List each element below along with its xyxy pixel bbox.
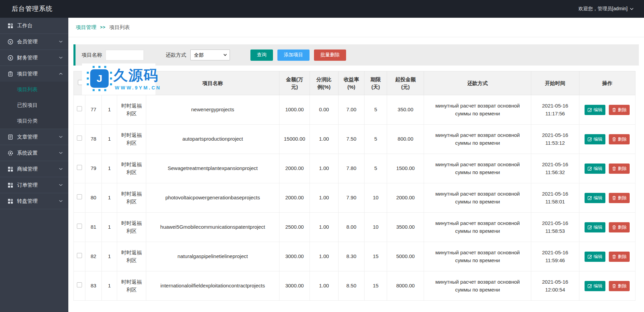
edit-button[interactable]: 编辑 — [585, 193, 605, 203]
column-header-10: 还款方式 — [424, 71, 531, 95]
edit-button[interactable]: 编辑 — [585, 164, 605, 174]
cell-seq: 1 — [102, 183, 117, 213]
delete-icon — [612, 166, 616, 171]
delete-icon — [612, 254, 616, 259]
cell-amount: 1000.00 — [279, 95, 310, 125]
edit-button[interactable]: 编辑 — [585, 281, 605, 291]
cell-min: 350.00 — [387, 95, 424, 125]
delete-button[interactable]: 删除 — [609, 193, 630, 203]
cell-seq: 1 — [102, 242, 117, 271]
edit-button[interactable]: 编辑 — [585, 134, 605, 144]
gear-icon — [8, 150, 13, 156]
cell-category: 时时返福利区 — [117, 183, 146, 213]
cell-id: 79 — [85, 154, 102, 183]
cell-share: 1.00 — [310, 183, 338, 213]
cell-days: 15 — [365, 271, 387, 301]
table-row: 801时时返福利区photovoltaicpowergenerationbase… — [74, 183, 635, 213]
delete-button[interactable]: 删除 — [609, 105, 630, 115]
delete-icon — [612, 137, 616, 141]
project-name-input[interactable] — [106, 50, 144, 60]
cell-category: 时时返福利区 — [117, 154, 146, 183]
finance-icon: ¥ — [8, 55, 13, 61]
sidebar-item-label: 系统设置 — [17, 150, 38, 156]
sidebar-item-finance[interactable]: ¥财务管理 — [0, 50, 68, 66]
cell-min: 3500.00 — [387, 213, 424, 242]
cell-seq: 1 — [102, 154, 117, 183]
table-row: 831时时返福利区internationaloilfieldexploitati… — [74, 271, 635, 301]
row-checkbox[interactable] — [77, 194, 82, 199]
row-checkbox[interactable] — [77, 282, 82, 287]
sidebar-subitem-project-categories[interactable]: 项目分类 — [0, 113, 68, 129]
search-button[interactable]: 查询 — [250, 49, 273, 61]
breadcrumb-parent[interactable]: 项目管理 — [76, 24, 96, 31]
delete-icon — [612, 108, 616, 112]
cell-seq: 1 — [102, 95, 117, 125]
cell-min: 2000.00 — [387, 183, 424, 213]
cell-min: 1500.00 — [387, 154, 424, 183]
column-header-9: 起投金额(元) — [387, 71, 424, 95]
chevron-down-icon — [59, 135, 63, 139]
table-row: 771时时返福利区newenergyprojects1000.000.007.0… — [74, 95, 635, 125]
edit-button[interactable]: 编辑 — [585, 105, 605, 115]
sidebar-item-members[interactable]: V会员管理 — [0, 34, 68, 49]
cell-category: 时时返福利区 — [117, 213, 146, 242]
chip-pins-left — [87, 72, 89, 85]
delete-button[interactable]: 删除 — [609, 164, 630, 174]
breadcrumb: 项目管理 >> 项目列表 — [68, 18, 644, 37]
sidebar-item-settings[interactable]: 系统设置 — [0, 145, 68, 161]
repay-method-select[interactable]: 全部 — [190, 49, 230, 60]
cell-share: 1.00 — [310, 271, 338, 301]
row-checkbox[interactable] — [77, 165, 82, 170]
row-checkbox[interactable] — [77, 253, 82, 258]
delete-button[interactable]: 删除 — [609, 281, 630, 291]
site-text: WWW.9YM.CN — [113, 85, 161, 90]
table-row: 791时时返福利区Sewagetreatmentplantexpansionpr… — [74, 154, 635, 183]
user-menu[interactable]: 欢迎您，管理员[admin] — [578, 6, 634, 12]
cell-start-time: 2021-05-1611:56:32 — [531, 154, 579, 183]
delete-icon — [612, 284, 616, 288]
sidebar-item-articles[interactable]: 文章管理 — [0, 129, 68, 145]
cell-repay: минутный расчет возврат основной суммы п… — [424, 95, 531, 125]
sidebar-item-projects[interactable]: 项目管理 — [0, 66, 68, 82]
sidebar-item-wheel[interactable]: 转盘管理 — [0, 193, 68, 209]
edit-icon — [588, 108, 592, 112]
cell-days: 15 — [365, 242, 387, 271]
add-project-button[interactable]: 添加项目 — [277, 49, 310, 61]
sidebar-subitem-invested-projects[interactable]: 已投项目 — [0, 97, 68, 113]
projects-table: 编号项目名称金额(万元)分润比例(%)收益率(%)期限(天)起投金额(元)还款方… — [73, 71, 635, 301]
member-icon: V — [8, 39, 13, 45]
delete-button[interactable]: 删除 — [609, 222, 630, 232]
cell-name: photovoltaicpowergenerationbaseprojects — [146, 183, 279, 213]
sidebar-subitem-project-list[interactable]: 项目列表 — [0, 82, 68, 97]
cell-amount: 2500.00 — [279, 213, 310, 242]
row-checkbox[interactable] — [77, 136, 82, 141]
cell-actions: 编辑删除 — [579, 271, 635, 301]
cell-days: 10 — [365, 183, 387, 213]
row-checkbox-cell — [74, 95, 85, 125]
row-checkbox[interactable] — [77, 106, 82, 111]
svg-text:¥: ¥ — [10, 56, 12, 59]
cell-seq: 1 — [102, 125, 117, 154]
sidebar-item-mall[interactable]: 商城管理 — [0, 161, 68, 177]
cell-rate: 7.90 — [338, 183, 364, 213]
chevron-down-icon — [59, 40, 63, 44]
row-checkbox[interactable] — [77, 224, 82, 229]
sidebar-item-label: 订单管理 — [17, 182, 38, 188]
cell-share: 1.00 — [310, 154, 338, 183]
batch-delete-button[interactable]: 批量删除 — [314, 49, 346, 61]
chevron-down-icon — [59, 183, 63, 187]
sidebar-item-orders[interactable]: 订单管理 — [0, 177, 68, 193]
cell-amount: 15000.00 — [279, 125, 310, 154]
row-checkbox-cell — [74, 271, 85, 301]
article-icon — [8, 134, 13, 140]
cell-days: 5 — [365, 95, 387, 125]
delete-button[interactable]: 删除 — [609, 134, 630, 144]
sidebar-item-workbench[interactable]: 工作台 — [0, 18, 68, 33]
edit-icon — [588, 196, 592, 200]
cell-start-time: 2021-05-1612:00:54 — [531, 271, 579, 301]
cell-actions: 编辑删除 — [579, 242, 635, 271]
edit-button[interactable]: 编辑 — [585, 222, 605, 232]
sidebar-item-label: 工作台 — [17, 23, 32, 29]
delete-button[interactable]: 删除 — [609, 252, 630, 262]
edit-button[interactable]: 编辑 — [585, 252, 605, 262]
